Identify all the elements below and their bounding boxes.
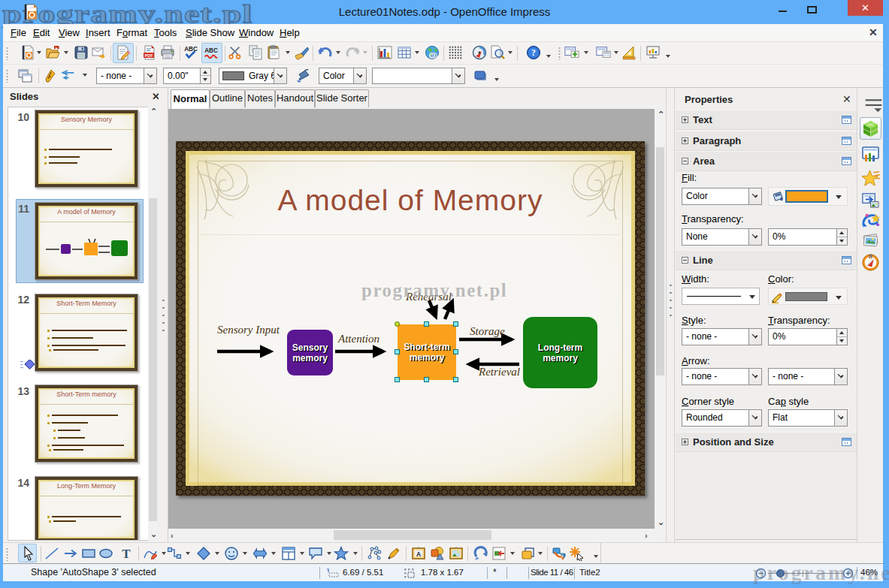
svg-text:PDF: PDF	[145, 53, 154, 58]
svg-text:A: A	[416, 550, 421, 558]
svg-text:?: ?	[531, 47, 536, 58]
svg-text:ABC: ABC	[204, 47, 218, 54]
svg-text:ABC: ABC	[184, 46, 198, 53]
svg-text:T: T	[122, 547, 131, 561]
